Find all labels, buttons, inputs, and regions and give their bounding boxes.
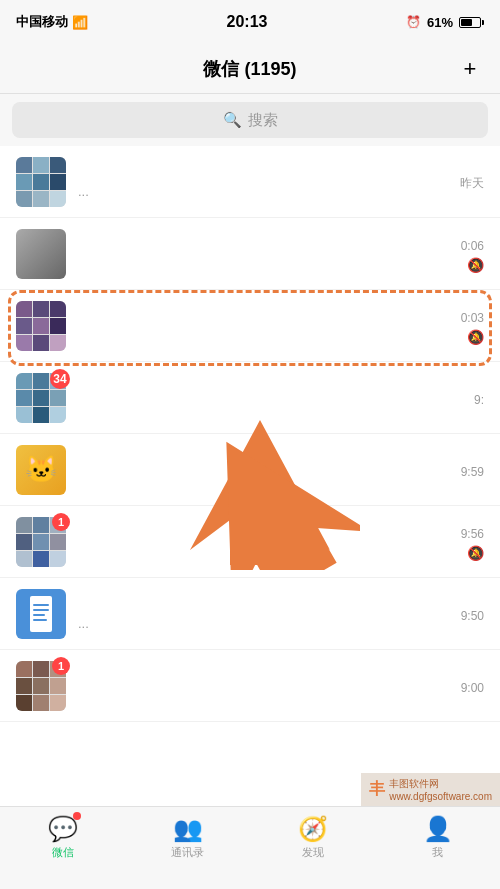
chat-time: 9:: [474, 393, 484, 407]
avatar-wrap: [16, 589, 66, 639]
me-icon: 👤: [423, 815, 453, 843]
status-time: 20:13: [227, 13, 268, 31]
chat-item[interactable]: 0:03 🔕: [0, 290, 500, 362]
nav-item-contacts[interactable]: 👥 通讯录: [125, 815, 250, 860]
search-icon: 🔍: [223, 111, 242, 129]
unread-badge: 34: [50, 369, 70, 389]
chat-meta: 9:: [474, 389, 484, 407]
avatar-wrap: [16, 301, 66, 351]
chat-item[interactable]: 1 9:00: [0, 650, 500, 722]
watermark-url: www.dgfgsoftware.com: [389, 791, 492, 802]
chat-meta: 9:59: [461, 461, 484, 479]
watermark-name: 丰图软件网: [389, 777, 492, 791]
nav-label-wechat: 微信: [52, 845, 74, 860]
contacts-icon: 👥: [173, 815, 203, 843]
chat-time: 9:00: [461, 681, 484, 695]
unread-badge: 1: [52, 657, 70, 675]
avatar-wrap: [16, 229, 66, 279]
chat-preview: [78, 328, 461, 343]
wifi-icon: 📶: [72, 15, 88, 30]
chat-meta: 0:03 🔕: [461, 307, 484, 345]
chat-time: 昨天: [460, 175, 484, 192]
unread-badge: 1: [52, 513, 70, 531]
page-title: 微信 (1195): [203, 57, 296, 81]
svg-rect-3: [33, 614, 45, 616]
chat-meta: 9:56 🔕: [461, 523, 484, 561]
chat-content: [78, 380, 474, 415]
carrier-label: 中国移动: [16, 13, 68, 31]
nav-label-me: 我: [432, 845, 443, 860]
chat-item[interactable]: 1 9:56 🔕: [0, 506, 500, 578]
mute-icon: 🔕: [467, 257, 484, 273]
nav-item-wechat[interactable]: 💬 微信: [0, 815, 125, 860]
chat-preview: [78, 688, 461, 703]
chat-item[interactable]: 🐱 9:59: [0, 434, 500, 506]
avatar-wrap: 1: [16, 661, 66, 711]
chat-item[interactable]: ... 昨天: [0, 146, 500, 218]
header: 微信 (1195) +: [0, 44, 500, 94]
search-bar: 🔍 搜索: [0, 94, 500, 146]
wechat-dot: [73, 812, 81, 820]
status-right: ⏰ 61%: [406, 15, 484, 30]
status-bar: 中国移动 📶 20:13 ⏰ 61%: [0, 0, 500, 44]
chat-item-highlighted[interactable]: 34 9:: [0, 362, 500, 434]
chat-meta: 昨天: [460, 171, 484, 192]
chat-meta: 9:00: [461, 677, 484, 695]
chat-content: [78, 308, 461, 343]
chat-name: [78, 524, 461, 542]
chat-meta: 0:06 🔕: [461, 235, 484, 273]
chat-time: 9:59: [461, 465, 484, 479]
chat-name: [78, 596, 461, 614]
chat-content: [78, 668, 461, 703]
discover-icon: 🧭: [298, 815, 328, 843]
chat-name: [78, 668, 461, 686]
chat-item[interactable]: ... 9:50: [0, 578, 500, 650]
chat-list: ... 昨天 0:06 🔕: [0, 146, 500, 806]
chat-content: [78, 524, 461, 559]
chat-name: [78, 452, 461, 470]
chat-name: [78, 380, 474, 398]
nav-label-discover: 发现: [302, 845, 324, 860]
alarm-icon: ⏰: [406, 15, 421, 29]
chat-meta: 9:50: [461, 605, 484, 623]
search-input[interactable]: 🔍 搜索: [12, 102, 488, 138]
avatar-wrap: 34: [16, 373, 66, 423]
bottom-nav: 💬 微信 👥 通讯录 🧭 发现 👤 我: [0, 806, 500, 889]
chat-time: 0:03: [461, 311, 484, 325]
watermark-logo: 丰: [369, 779, 385, 800]
chat-time: 9:56: [461, 527, 484, 541]
chat-preview: ...: [78, 184, 460, 199]
chat-name: [78, 164, 460, 182]
svg-rect-4: [33, 619, 47, 621]
avatar-group: [16, 301, 66, 351]
search-placeholder: 搜索: [248, 111, 278, 130]
mute-icon: 🔕: [467, 545, 484, 561]
chat-content: ...: [78, 596, 461, 631]
chat-preview: [78, 400, 474, 415]
battery-label: 61%: [427, 15, 453, 30]
battery-indicator: [459, 17, 484, 28]
avatar-wrap: 🐱: [16, 445, 66, 495]
svg-rect-1: [33, 604, 49, 606]
status-left: 中国移动 📶: [16, 13, 88, 31]
chat-content: ...: [78, 164, 460, 199]
chat-content: [78, 452, 461, 487]
chat-name: [78, 236, 461, 254]
chat-time: 9:50: [461, 609, 484, 623]
chat-item[interactable]: 0:06 🔕: [0, 218, 500, 290]
nav-item-me[interactable]: 👤 我: [375, 815, 500, 860]
add-button[interactable]: +: [456, 55, 484, 83]
avatar-group: [16, 157, 66, 207]
chat-time: 0:06: [461, 239, 484, 253]
mute-icon: 🔕: [467, 329, 484, 345]
chat-preview: [78, 472, 461, 487]
chat-content: [78, 236, 461, 271]
chat-preview: [78, 256, 461, 271]
chat-preview: ...: [78, 616, 461, 631]
avatar-wrap: [16, 157, 66, 207]
watermark: 丰 丰图软件网 www.dgfgsoftware.com: [361, 773, 500, 806]
chat-name: [78, 308, 461, 326]
nav-label-contacts: 通讯录: [171, 845, 204, 860]
nav-item-discover[interactable]: 🧭 发现: [250, 815, 375, 860]
wechat-icon: 💬: [48, 815, 78, 842]
